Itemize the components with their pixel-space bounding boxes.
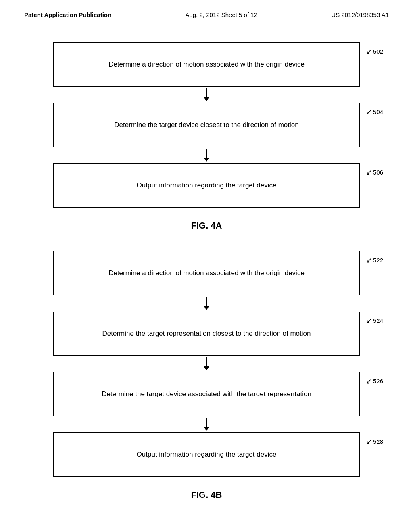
fig4b-row-526: Determine the target device associated w… xyxy=(53,372,360,416)
fig4b-row-524: Determine the target representation clos… xyxy=(53,312,360,356)
curve-icon-506: ↙ xyxy=(366,168,373,176)
ref-number-524: 524 xyxy=(373,317,383,324)
fig4a-row-504: Determine the target device closest to t… xyxy=(53,103,360,147)
arrow-down-icon-2 xyxy=(204,149,209,162)
fig4a-label-502: ↙ 502 xyxy=(366,47,383,55)
arrow-head-3 xyxy=(204,306,209,310)
header-patent-number: US 2012/0198353 A1 xyxy=(331,11,389,18)
arrow-down-icon-3 xyxy=(204,297,209,310)
arrow-line-1 xyxy=(206,88,207,97)
ref-number-502: 502 xyxy=(373,48,383,55)
header-date-sheet: Aug. 2, 2012 Sheet 5 of 12 xyxy=(186,11,257,18)
fig4b-box-524: Determine the target representation clos… xyxy=(53,312,360,356)
fig4b-label-526: ↙ 526 xyxy=(366,377,383,385)
fig4b-diagram: Determine a direction of motion associat… xyxy=(53,251,360,477)
fig4b-text-522: Determine a direction of motion associat… xyxy=(54,261,359,286)
fig4b-box-528: Output information regarding the target … xyxy=(53,432,360,477)
curve-icon-504: ↙ xyxy=(366,108,373,116)
fig4b-arrow-3 xyxy=(53,416,360,432)
arrow-line-3 xyxy=(206,297,207,306)
fig4a-box-506: Output information regarding the target … xyxy=(53,163,360,208)
fig4a-text-502: Determine a direction of motion associat… xyxy=(54,52,359,77)
fig4a-arrow-1 xyxy=(53,87,360,103)
curve-icon-522: ↙ xyxy=(366,256,373,264)
fig4b-text-524: Determine the target representation clos… xyxy=(54,321,359,346)
arrow-down-icon-1 xyxy=(204,88,209,101)
arrow-line-4 xyxy=(206,357,207,366)
arrow-line-2 xyxy=(206,149,207,158)
fig4b-box-526: Determine the target device associated w… xyxy=(53,372,360,416)
curve-icon-528: ↙ xyxy=(366,437,373,445)
ref-number-528: 528 xyxy=(373,438,383,445)
fig4b-row-528: Output information regarding the target … xyxy=(53,432,360,477)
fig4b-flow: Determine a direction of motion associat… xyxy=(53,251,360,477)
fig4b-arrow-2 xyxy=(53,356,360,372)
fig4a-flow: Determine a direction of motion associat… xyxy=(53,42,360,208)
arrow-head-1 xyxy=(204,97,209,101)
curve-icon-524: ↙ xyxy=(366,316,373,324)
fig4b-text-528: Output information regarding the target … xyxy=(54,442,359,467)
fig4a-arrow-2 xyxy=(53,147,360,163)
ref-number-504: 504 xyxy=(373,108,383,115)
fig4b-box-522: Determine a direction of motion associat… xyxy=(53,251,360,295)
fig4a-label: FIG. 4A xyxy=(191,220,222,231)
header-publication-label: Patent Application Publication xyxy=(24,11,111,18)
curve-icon-526: ↙ xyxy=(366,377,373,385)
ref-number-522: 522 xyxy=(373,257,383,264)
ref-number-526: 526 xyxy=(373,378,383,384)
fig4b-label: FIG. 4B xyxy=(191,490,222,500)
fig4b-arrow-1 xyxy=(53,295,360,312)
ref-number-506: 506 xyxy=(373,169,383,176)
arrow-head-5 xyxy=(204,427,209,431)
fig4a-box-502: Determine a direction of motion associat… xyxy=(53,42,360,87)
curve-icon-502: ↙ xyxy=(366,47,373,55)
fig4a-text-506: Output information regarding the target … xyxy=(54,173,359,198)
arrow-down-icon-5 xyxy=(204,418,209,431)
fig4a-row-506: Output information regarding the target … xyxy=(53,163,360,208)
page-content: Determine a direction of motion associat… xyxy=(0,26,413,532)
fig4a-row-502: Determine a direction of motion associat… xyxy=(53,42,360,87)
fig4b-label-528: ↙ 528 xyxy=(366,437,383,445)
fig4a-box-504: Determine the target device closest to t… xyxy=(53,103,360,147)
arrow-line-5 xyxy=(206,418,207,427)
fig4b-row-522: Determine a direction of motion associat… xyxy=(53,251,360,295)
fig4a-text-504: Determine the target device closest to t… xyxy=(54,112,359,137)
arrow-head-2 xyxy=(204,158,209,162)
fig4b-label-524: ↙ 524 xyxy=(366,316,383,324)
fig4a-label-506: ↙ 506 xyxy=(366,168,383,176)
arrow-head-4 xyxy=(204,366,209,370)
page-header: Patent Application Publication Aug. 2, 2… xyxy=(0,0,413,26)
fig4a-diagram: Determine a direction of motion associat… xyxy=(53,42,360,208)
arrow-down-icon-4 xyxy=(204,357,209,370)
fig4b-label-522: ↙ 522 xyxy=(366,256,383,264)
fig4b-text-526: Determine the target device associated w… xyxy=(54,382,359,407)
fig4a-label-504: ↙ 504 xyxy=(366,108,383,116)
